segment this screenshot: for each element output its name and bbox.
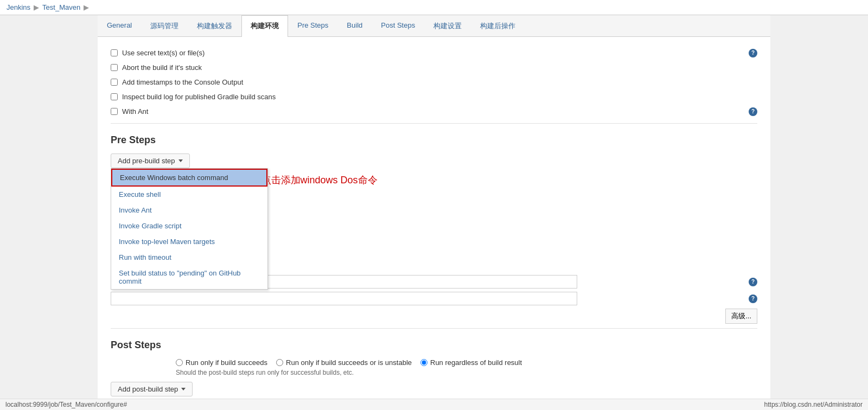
tab-bar: General 源码管理 构建触发器 构建环境 Pre Steps Build …: [98, 15, 770, 37]
checkbox-abort-stuck[interactable]: [111, 64, 118, 71]
main-content: General 源码管理 构建触发器 构建环境 Pre Steps Build …: [98, 15, 770, 410]
dropdown-item-invoke-maven[interactable]: Invoke top-level Maven targets: [111, 234, 267, 249]
dropdown-item-invoke-gradle[interactable]: Invoke Gradle script: [111, 218, 267, 234]
breadcrumb-jenkins[interactable]: Jenkins: [7, 3, 30, 11]
radio-run-unstable-label: Run only if build succeeds or is unstabl…: [286, 358, 412, 367]
checkbox-use-secret-label: Use secret text(s) or file(s): [122, 49, 205, 57]
dropdown-item-run-timeout[interactable]: Run with timeout: [111, 249, 267, 265]
advanced-btn-row: 高级...: [111, 309, 757, 324]
dropdown-arrow-icon: [178, 159, 183, 162]
tab-post-build[interactable]: 构建后操作: [471, 15, 525, 36]
help-icon-with-ant[interactable]: ?: [749, 107, 757, 116]
dropdown-item-exec-windows[interactable]: Execute Windows batch command: [111, 169, 267, 187]
pre-steps-section: Pre Steps Add pre-build step Execute Win…: [111, 134, 757, 324]
add-pre-build-dropdown[interactable]: Add pre-build step Execute Windows batch…: [111, 153, 190, 168]
checkbox-abort-stuck-label: Abort the build if it's stuck: [122, 63, 202, 72]
checkbox-inspect-log-row: Inspect build log for published Gradle b…: [111, 89, 757, 104]
radio-run-regardless-label: Run regardless of build result: [430, 358, 522, 367]
checkbox-timestamps-label: Add timestamps to the Console Output: [122, 78, 243, 86]
radio-run-unstable-input[interactable]: [276, 359, 283, 366]
help-icon-use-secret[interactable]: ?: [749, 49, 757, 57]
checkbox-abort-stuck-row: Abort the build if it's stuck: [111, 60, 757, 75]
checkbox-use-secret-row: Use secret text(s) or file(s) ?: [111, 46, 757, 60]
statusbar-right: https://blog.csdn.net/Administrator: [764, 401, 863, 408]
help-icon-input-2[interactable]: ?: [749, 294, 757, 303]
radio-run-success-label: Run only if build succeeds: [186, 358, 267, 367]
checkbox-timestamps-row: Add timestamps to the Console Output: [111, 75, 757, 89]
tab-source[interactable]: 源码管理: [141, 15, 188, 36]
dropdown-item-set-status[interactable]: Set build status to "pending" on GitHub …: [111, 265, 267, 289]
tab-post-steps[interactable]: Post Steps: [372, 15, 424, 36]
radio-run-regardless-input[interactable]: [420, 359, 427, 366]
add-post-build-label: Add post-build step: [118, 385, 178, 393]
add-pre-build-button[interactable]: Add pre-build step: [111, 153, 190, 168]
annotation-text: 点击添加windows Dos命令: [261, 174, 378, 187]
tab-pre-steps[interactable]: Pre Steps: [288, 15, 337, 36]
checkbox-inspect-log-label: Inspect build log for published Gradle b…: [122, 93, 276, 101]
add-post-dropdown-arrow-icon: [181, 388, 186, 390]
checkbox-with-ant-row: With Ant ?: [111, 104, 757, 119]
radio-run-unstable[interactable]: Run only if build succeeds or is unstabl…: [276, 358, 412, 367]
add-post-build-button[interactable]: Add post-build step: [111, 382, 193, 396]
post-steps-radio-desc: Should the post-build steps run only for…: [111, 369, 757, 376]
checkbox-timestamps[interactable]: [111, 79, 118, 86]
pre-build-dropdown-menu: Execute Windows batch command Execute sh…: [111, 168, 268, 290]
tab-build-env[interactable]: 构建环境: [241, 15, 288, 37]
tab-build[interactable]: Build: [337, 15, 372, 36]
dropdown-item-invoke-ant[interactable]: Invoke Ant: [111, 202, 267, 218]
post-steps-section: Post Steps Run only if build succeeds Ru…: [111, 339, 757, 396]
help-icon-input-1[interactable]: ?: [749, 278, 757, 286]
radio-run-success-input[interactable]: [176, 359, 183, 366]
post-steps-radio-row: Run only if build succeeds Run only if b…: [111, 358, 757, 367]
radio-run-success[interactable]: Run only if build succeeds: [176, 358, 267, 367]
radio-run-regardless[interactable]: Run regardless of build result: [420, 358, 522, 367]
tab-general[interactable]: General: [98, 15, 141, 36]
tab-triggers[interactable]: 构建触发器: [188, 15, 241, 36]
checkbox-with-ant[interactable]: [111, 108, 118, 115]
statusbar: localhost:9999/job/Test_Maven/configure#…: [0, 399, 868, 410]
checkbox-with-ant-label: With Ant: [122, 107, 148, 116]
divider-2: [111, 328, 757, 329]
checkbox-use-secret[interactable]: [111, 49, 118, 56]
post-steps-title: Post Steps: [111, 339, 757, 351]
checkbox-inspect-log[interactable]: [111, 93, 118, 100]
divider-1: [111, 123, 757, 124]
breadcrumb-project[interactable]: Test_Maven: [42, 3, 80, 11]
tab-build-settings[interactable]: 构建设置: [424, 15, 471, 36]
build-input-2[interactable]: [111, 292, 577, 305]
advanced-button[interactable]: 高级...: [725, 309, 757, 324]
add-pre-build-label: Add pre-build step: [118, 157, 175, 165]
dropdown-item-exec-shell[interactable]: Execute shell: [111, 187, 267, 202]
statusbar-left: localhost:9999/job/Test_Maven/configure#: [5, 401, 127, 408]
input-row-2: ?: [111, 292, 757, 305]
pre-steps-title: Pre Steps: [111, 134, 757, 146]
breadcrumb: Jenkins ▶ Test_Maven ▶: [0, 0, 868, 15]
content-area: Use secret text(s) or file(s) ? Abort th…: [98, 37, 770, 410]
